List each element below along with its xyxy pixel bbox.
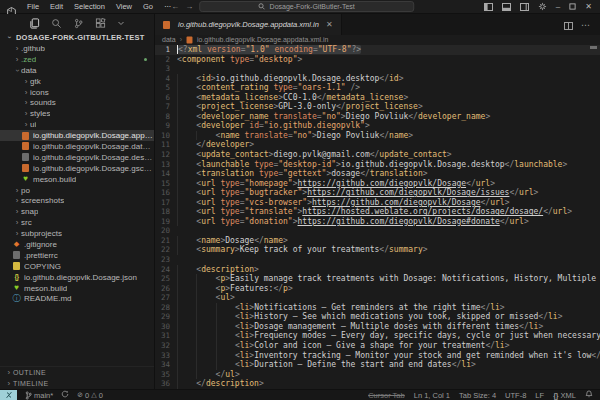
explorer-icon[interactable] (29, 18, 40, 29)
tree-item[interactable]: ›ui (0, 119, 154, 130)
code-line[interactable]: 21<name>Dosage</name> (155, 236, 600, 246)
editor-more-actions-icon[interactable]: ⋯ (581, 20, 591, 30)
code-line[interactable]: 9<developer id="io.github.diegopvlk"> (155, 121, 600, 131)
source-control-icon[interactable] (73, 18, 84, 29)
code-line[interactable]: 28<li>Notifications — Get reminders at t… (155, 303, 600, 313)
tree-item[interactable]: COPYING (0, 261, 154, 272)
breadcrumb-file[interactable]: io.github.diegopvlk.Dosage.appdata.xml.i… (197, 36, 329, 43)
code-line[interactable]: 26<p>Features:</p> (155, 284, 600, 294)
nav-forward-icon[interactable]: → (185, 2, 193, 11)
tree-item[interactable]: io.github.diegopvlk.Dosage.desktop.in (0, 152, 154, 163)
code-line[interactable]: 31<li>Frequency modes — Every day, speci… (155, 331, 600, 341)
nav-back-icon[interactable]: ← (171, 2, 179, 11)
tree-item[interactable]: io.github.diegopvlk.Dosage.data.gresou..… (0, 141, 154, 152)
code-line[interactable]: 29<li>History — See which medications yo… (155, 312, 600, 322)
tree-item[interactable]: ›gtk (0, 76, 154, 87)
split-editor-icon[interactable] (564, 16, 573, 34)
menu-edit[interactable]: Edit (50, 2, 63, 11)
code-line[interactable]: 24<description> (155, 265, 600, 275)
search-sidebar-icon[interactable] (51, 18, 62, 29)
code-line[interactable]: 32<li>Color and icon — Give a shape for … (155, 341, 600, 351)
code-line[interactable]: 5<content_rating type="oars-1.1" /> (155, 83, 600, 93)
maximize-button[interactable] (569, 3, 576, 10)
code-line[interactable]: 6<metadata_license>CC0-1.0</metadata_lic… (155, 93, 600, 103)
code-line[interactable]: 2<component type="desktop"> (155, 55, 600, 65)
tree-item[interactable]: ›icons (0, 87, 154, 98)
code-line[interactable]: 19<url type="donation">https://github.co… (155, 217, 600, 227)
code-line[interactable]: 1<?xml version="1.0" encoding="UTF-8"?> (155, 45, 600, 55)
code-line[interactable]: 16<url type="bugtracker">https://github.… (155, 188, 600, 198)
tree-item[interactable]: ›snap (0, 206, 154, 217)
customize-layout-icon[interactable] (538, 2, 547, 11)
tree-root[interactable]: › DOSAGE-FORK-GITBUTLER-TEST (0, 32, 154, 43)
tree-item[interactable]: {}io.github.diegopvlk.Dosage.json (0, 272, 154, 283)
line-col-status[interactable]: Ln 1, Col 1 (414, 391, 450, 400)
tree-item[interactable]: ›styles (0, 108, 154, 119)
close-button[interactable]: ✕ (585, 2, 592, 11)
tree-item[interactable]: io.github.diegopvlk.Dosage.gschema.xml (0, 163, 154, 174)
breadcrumb-folder[interactable]: data (162, 36, 176, 43)
code-line[interactable]: 20 (155, 226, 600, 236)
eol-status[interactable]: LF (535, 391, 544, 400)
tree-item[interactable]: ›po (0, 185, 154, 196)
code-line[interactable]: 23 (155, 255, 600, 265)
tree-item[interactable]: .prettierrc (0, 250, 154, 261)
toggle-panel-icon[interactable] (502, 3, 511, 11)
code-line[interactable]: 30<li>Dosage management — Multiple doses… (155, 322, 600, 332)
menu-file[interactable]: File (27, 2, 39, 11)
toggle-secondary-sidebar-icon[interactable] (520, 3, 529, 11)
code-line[interactable]: 8<developer_name translate="no">Diego Po… (155, 112, 600, 122)
menu-view[interactable]: View (116, 2, 132, 11)
code-line[interactable]: 12<update_contact>diego.pvlk@gmail.com</… (155, 150, 600, 160)
extensions-icon[interactable] (95, 18, 106, 29)
search-box[interactable]: Dosage-Fork-GitButler-Test (199, 1, 414, 12)
code-line[interactable]: 11</developer> (155, 140, 600, 150)
tree-item[interactable]: ⓘREADME.md (0, 293, 154, 304)
tree-item[interactable]: ›subprojects (0, 228, 154, 239)
problems-status[interactable]: ⊘ 0 △ 0 (77, 391, 103, 400)
code-line[interactable]: 18<url type="translate">https://hosted.w… (155, 207, 600, 217)
tree-item[interactable]: ♥meson.build (0, 283, 154, 294)
tab-close-icon[interactable]: ✕ (326, 20, 333, 29)
tree-item[interactable]: io.github.diegopvlk.Dosage.appdata.xm... (0, 130, 154, 141)
code-line[interactable]: 36</description> (155, 379, 600, 389)
menu-selection[interactable]: Selection (74, 2, 105, 11)
tree-item[interactable]: ›.zed (0, 54, 154, 65)
code-line[interactable]: 27<ul> (155, 293, 600, 303)
menu-go[interactable]: Go (143, 2, 153, 11)
sync-changes-icon[interactable] (61, 390, 69, 400)
code-line[interactable]: 33<li>Inventory tracking — Monitor your … (155, 351, 600, 361)
tree-item[interactable]: ›.github (0, 43, 154, 54)
encoding-status[interactable]: UTF-8 (505, 391, 526, 400)
tab-appdata-xml[interactable]: io.github.diegopvlk.Dosage.appdata.xml.i… (155, 14, 342, 35)
code-line[interactable]: 25<p>Easily manage track treatments with… (155, 274, 600, 284)
tree-item[interactable]: ♥meson.build (0, 174, 154, 185)
outline-panel-header[interactable]: › OUTLINE (0, 367, 154, 378)
timeline-panel-header[interactable]: › TIMELINE (0, 378, 154, 389)
notifications-bell-icon[interactable] (585, 390, 593, 400)
toggle-primary-sidebar-icon[interactable] (484, 3, 493, 11)
code-line[interactable]: 3 (155, 64, 600, 74)
code-line[interactable]: 13<launchable type="desktop-id">io.githu… (155, 160, 600, 170)
code-line[interactable]: 35</ul> (155, 370, 600, 380)
git-branch-status[interactable]: main* (25, 391, 53, 400)
chevron-down-icon[interactable] (117, 19, 125, 27)
tree-item[interactable]: ◆.gitignore (0, 239, 154, 250)
tree-item[interactable]: ›data (0, 65, 154, 76)
tree-item[interactable]: ›screenshots (0, 195, 154, 206)
remote-indicator[interactable] (0, 390, 17, 400)
code-line[interactable]: 15<url type="homepage">https://github.co… (155, 179, 600, 189)
code-line[interactable]: 34<li>Duration — Define the start and en… (155, 360, 600, 370)
code-line[interactable]: 14<translation type="gettext">dosage</tr… (155, 169, 600, 179)
minimize-button[interactable]: – (556, 2, 560, 11)
code-line[interactable]: 4<id>io.github.diegopvlk.Dosage.desktop<… (155, 74, 600, 84)
tree-item[interactable]: ›sounds (0, 97, 154, 108)
code-editor[interactable]: 1<?xml version="1.0" encoding="UTF-8"?>2… (155, 44, 600, 389)
tree-item[interactable]: ›src (0, 217, 154, 228)
code-line[interactable]: 10<name translate="no">Diego Povliuk</na… (155, 131, 600, 141)
code-line[interactable]: 17<url type="vcs-browser">https://github… (155, 198, 600, 208)
tab-size-status[interactable]: Tab Size: 4 (459, 391, 496, 400)
code-line[interactable]: 22<summary>Keep track of your treatments… (155, 245, 600, 255)
code-line[interactable]: 7<project_license>GPL-3.0-only</project_… (155, 102, 600, 112)
language-mode-status[interactable]: {} XML (553, 391, 576, 400)
